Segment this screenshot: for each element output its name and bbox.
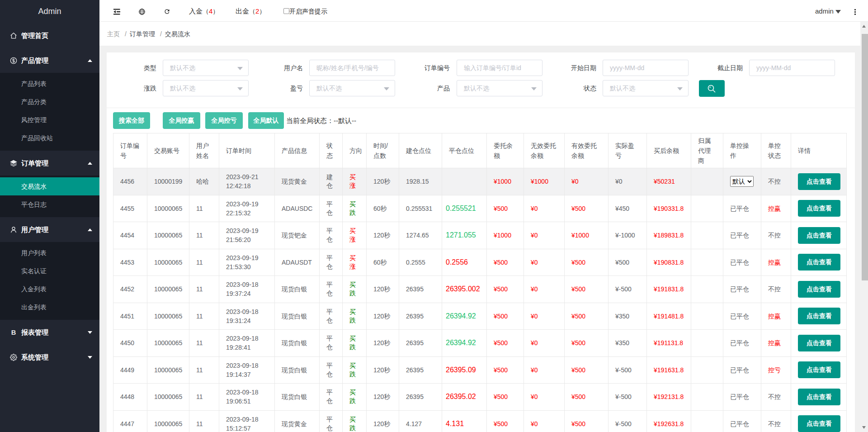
- svg-text:B: B: [11, 329, 16, 336]
